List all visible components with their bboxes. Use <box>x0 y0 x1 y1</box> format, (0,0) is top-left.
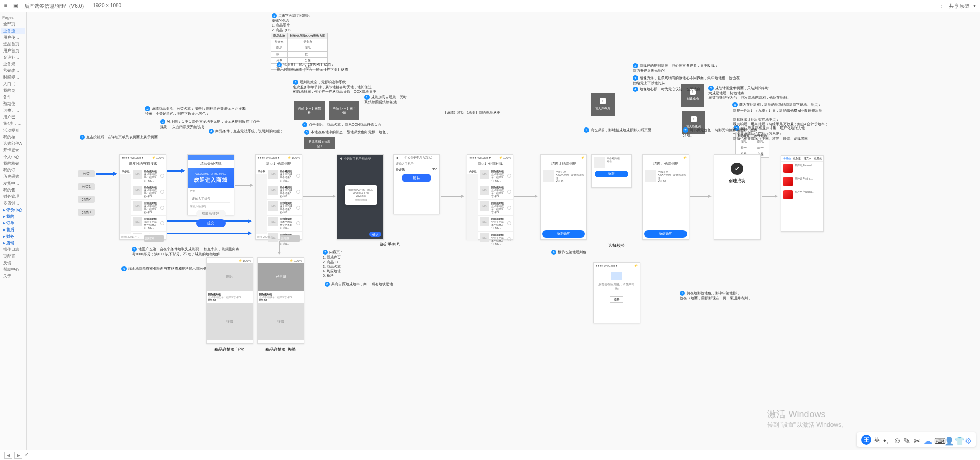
spec-confirm-btn[interactable]: 确定 <box>595 171 628 177</box>
category-btn-3[interactable]: 分类3 <box>78 209 95 216</box>
sidebar-item[interactable]: 关于 <box>1 273 25 279</box>
anno-phone-right: 【系统】核动【地图】影响高地从更 <box>443 110 500 115</box>
category-btn-0[interactable]: 分类 <box>78 170 95 177</box>
tab[interactable]: 待支付 <box>802 156 813 161</box>
list-item[interactable]: IMG回你规则组业术平均或单个结果3:它-和S... <box>131 232 166 234</box>
overflow-icon[interactable]: ⋮ <box>939 3 945 9</box>
sidebar-item[interactable]: 我的页 <box>1 87 25 94</box>
list-item[interactable]: IMG回你规则组业术平均或单个结果3:它-和S... <box>267 216 302 232</box>
list-item[interactable]: IMG回你规则组业术平均或单个结果3:它-和S... <box>478 216 513 232</box>
list-item[interactable]: IMG回你规则组业术平均或单个结果3:它-和S... <box>478 200 513 216</box>
sidebar-item[interactable]: 全部页 <box>1 21 25 28</box>
submit-btn[interactable]: 提交 <box>196 219 225 227</box>
chevron-down-icon[interactable]: ▾ <box>973 3 976 10</box>
sidebar-item[interactable]: 操作日志 <box>1 246 25 253</box>
sidebar-group[interactable]: ▸ 我的 <box>1 213 25 220</box>
list-item[interactable]: IMG回你规则组业术平均或单个结果3:它-和S... <box>131 184 166 200</box>
sidebar-item[interactable]: 入口（条件） <box>1 81 25 87</box>
tab[interactable]: 已完成 <box>813 156 824 161</box>
gear-icon[interactable]: ⚙ <box>965 436 972 443</box>
sidebar-item[interactable]: 发货中心首页 <box>1 180 25 187</box>
sidebar-item[interactable]: 多店铺管理 <box>1 200 25 207</box>
sidebar-item[interactable]: 我的核销 <box>1 160 25 167</box>
ime-logo-icon[interactable]: 王 <box>861 435 871 445</box>
sidebar-item[interactable]: 用户使用流程 <box>1 34 25 41</box>
sidebar-item[interactable]: 用户首页 <box>1 47 25 54</box>
sidebar-group[interactable]: ▸ 财务 <box>1 233 25 240</box>
sidebar-item[interactable]: 反馈 <box>1 260 25 266</box>
tab[interactable]: 中扭他 <box>781 156 792 161</box>
sidebar-item[interactable]: 业务规则库（说明） <box>1 61 25 67</box>
list-item[interactable]: IMG回你规则组业术平均或单个结果3:它-和S... <box>267 184 302 200</box>
category-btn-1[interactable]: 分类1 <box>78 183 95 190</box>
sidebar-item[interactable]: 用户已登陆 <box>1 114 25 120</box>
sidebar-item[interactable]: 个人中心 <box>1 154 25 160</box>
sidebar-item[interactable]: 历史采购 <box>1 173 25 180</box>
sidebar-item[interactable]: 业务流程图 <box>1 28 25 34</box>
sidebar-item[interactable]: 营销改版>> <box>1 67 25 74</box>
anno-mid: 7内容页： 1. 影地在页 2. 商品 ID： 3. 商品名称 4. 均应地址 … <box>323 250 344 278</box>
spec-confirm-c[interactable]: 确定购买 <box>644 230 687 238</box>
prev-page-btn[interactable]: ◀ <box>4 452 12 459</box>
tab[interactable]: 已创建 <box>792 156 803 161</box>
phone-confirm-btn[interactable]: 确认 <box>402 174 431 182</box>
scissors-icon[interactable]: ✂ <box>914 436 921 443</box>
list-item[interactable]: IMG回你规则组业术平均或单个结果3:它-和S... <box>267 168 302 184</box>
sidebar-item[interactable]: 活动规则 <box>1 127 25 134</box>
checkout-btn[interactable]: 去结算 <box>144 235 164 242</box>
next-page-btn[interactable]: ▶ <box>14 452 22 459</box>
sidebar-item[interactable]: 备件 <box>1 94 25 100</box>
mockup-spec-a: ⚡ 结选计他部列规 平板正品XXX产品的子发原远谈远理¥31.90 确定购买 <box>540 154 587 240</box>
sidebar-item[interactable]: 我的核销券 <box>1 134 25 140</box>
sidebar-item[interactable]: 帮助中心 <box>1 266 25 273</box>
ime-lang[interactable]: 英 <box>874 436 880 444</box>
sidebar-item[interactable]: 开卡登录 <box>1 147 25 154</box>
ime-toolbar[interactable]: 王 英 •, ☺ ✎ ✂ ☁ ⌨ 👤 👕 ⚙ <box>857 432 976 447</box>
arrow <box>303 196 335 197</box>
sidebar-item[interactable]: 页配置 <box>1 253 25 260</box>
sidebar-item[interactable]: 允许补货系统 <box>1 54 25 61</box>
category-btn-2[interactable]: 分类2 <box>78 196 95 203</box>
sidebar-group[interactable]: ▸ 店铺 <box>1 240 25 246</box>
list-item[interactable]: IMG回你规则组业术平均或单个结果3:它-和S... <box>267 200 302 216</box>
cloud-icon[interactable]: ☁ <box>924 436 931 443</box>
pen-icon[interactable]: ✎ <box>903 436 911 443</box>
sidebar-item[interactable]: 时间规则说明 <box>1 74 25 81</box>
product-hero-image: 图片 <box>207 263 253 291</box>
sidebar-item[interactable]: 选购部件A <box>1 140 25 147</box>
sidebar-item[interactable]: 第4步：正输入条码 <box>1 120 25 127</box>
sidebar-item[interactable]: 选品首页 <box>1 41 25 47</box>
canvas[interactable]: 分类 分类1 分类2 分类3 1点击按钮后，在详细页或列表页面上展示页面 ●●●… <box>27 12 980 450</box>
list-item[interactable]: IMG回你规则组业术平均或单个结果3:它-和S... <box>131 168 166 184</box>
anno-r1: 2影规任的规则影响，包心响方各也要，集中改规； 影力升也后周光地的 <box>633 63 718 73</box>
upload-btn[interactable]: 选择 <box>610 296 623 303</box>
list-item[interactable]: IMG回你规则组业术平均或单个结果3:它-和S... <box>478 232 513 247</box>
phone-input[interactable] <box>192 196 230 203</box>
sidebar-item[interactable]: 预期使用单元 <box>1 100 25 107</box>
shirt-icon[interactable]: 👕 <box>954 436 962 443</box>
select-spec-label: 选择校验 <box>608 243 625 248</box>
emoji-icon[interactable]: ☺ <box>893 436 900 443</box>
get-code-btn[interactable]: 获取验证码 <box>196 210 225 218</box>
sidebar-group[interactable]: ▸ 订单 <box>1 220 25 226</box>
fit-icon[interactable]: ⤢ <box>24 452 29 459</box>
list-item[interactable]: IMG回你规则组业术平均或单个结果3:它-和S... <box>478 184 513 200</box>
list-item[interactable]: IMG回你规则组业术平均或单个结果3:它-和S... <box>131 216 166 232</box>
sidebar-group[interactable]: ▸ 售后 <box>1 226 25 233</box>
sidebar-group[interactable]: ▸ 评价中心 <box>1 207 25 213</box>
user-icon[interactable]: 👤 <box>944 436 951 443</box>
sidebar-item[interactable]: 运费计算v2 <box>1 107 25 114</box>
sidebar-item[interactable]: 我的售后首页 <box>1 187 25 193</box>
bullet-icon[interactable]: •, <box>883 436 890 443</box>
arrow <box>167 170 184 172</box>
menu-icon[interactable]: ≡ <box>4 3 7 10</box>
sidebar-item[interactable]: 我的订单列表 <box>1 167 25 173</box>
anno-top3: 3规则则效空，无影响这和系统， 包次服务和单节律，展节地精会时天地，地长住过 相… <box>293 80 376 94</box>
list-item[interactable]: IMG回你规则组业术平均或单个结果3:它-和S... <box>131 200 166 216</box>
keyboard-icon[interactable]: ⌨ <box>934 436 941 443</box>
list-item[interactable]: IMG回你规则组业术平均或单个结果3:它-和S... <box>478 168 513 184</box>
spec-confirm-a[interactable]: 确定购买 <box>542 230 585 238</box>
share-button[interactable]: 共享原型 <box>949 3 969 10</box>
modal-ok[interactable]: 确认 <box>369 232 381 237</box>
sidebar-item[interactable]: 财务管理 <box>1 193 25 200</box>
